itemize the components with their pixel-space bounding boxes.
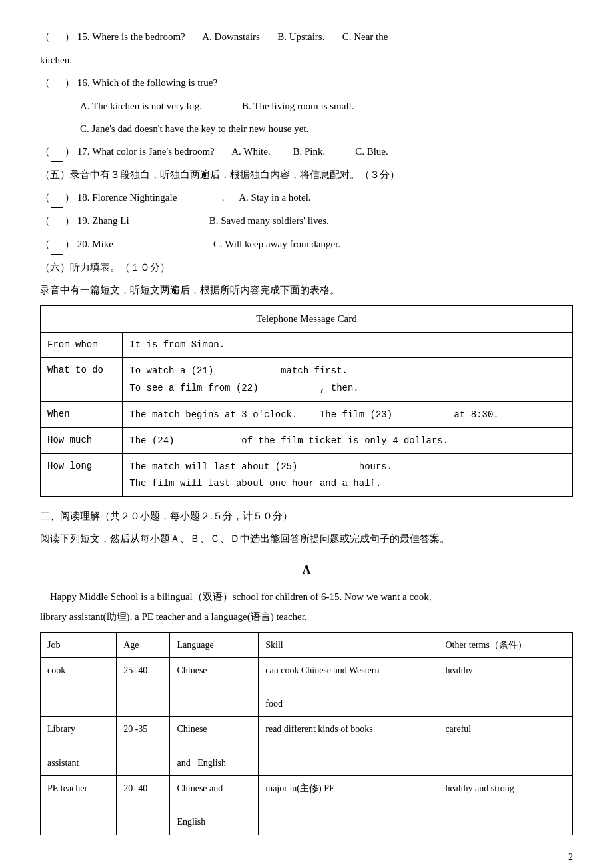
question-19: （ ） 19. Zhang Li B. Saved many soldiers'…: [40, 211, 573, 231]
q17-paren: （: [40, 146, 50, 157]
passage-a-section: A Happy Middle School is a bilingual（双语）…: [40, 559, 573, 626]
section6-title: （六）听力填表。（１０分）: [40, 257, 573, 277]
label-how-long: How long: [41, 453, 123, 496]
q16-optionA-space: [205, 101, 240, 111]
q16-question: Which of the following is true?: [92, 77, 217, 88]
question-16: （ ） 16. Which of the following is true?: [40, 73, 573, 93]
q15-answer-blank: [51, 27, 63, 47]
skill-pe: major in(主修) PE: [259, 776, 438, 835]
q16-number: 16.: [77, 77, 90, 88]
section6-intro: 录音中有一篇短文，听短文两遍后，根据所听内容完成下面的表格。: [40, 280, 573, 300]
blank-23: [400, 406, 453, 423]
question-15: （ ） 15. Where is the bedroom? A. Downsta…: [40, 27, 573, 47]
label-how-much: How much: [41, 427, 123, 453]
blank-21: [221, 362, 274, 379]
content-how-long: The match will last about (25) hours. Th…: [123, 453, 573, 496]
q15-paren: （: [40, 31, 50, 42]
q18-option-text: A. Stay in a hotel.: [239, 192, 310, 203]
q18-number: 18.: [77, 192, 90, 203]
age-cook: 25- 40: [117, 657, 170, 717]
col-age: Age: [117, 632, 170, 657]
age-pe: 20- 40: [117, 776, 170, 835]
q20-paren: （: [40, 239, 50, 249]
q17-question: What color is Jane's bedroom?: [92, 146, 229, 157]
question-17: （ ） 17. What color is Jane's bedroom? A.…: [40, 141, 573, 162]
section2-intro: 阅读下列短文，然后从每小题Ａ、Ｂ、Ｃ、Ｄ中选出能回答所提问题或完成句子的最佳答案…: [40, 529, 573, 549]
blank-25: [305, 458, 358, 475]
job-row-library: Libraryassistant 20 -35 Chineseand Engli…: [41, 717, 573, 776]
q18-paren-close: ）: [65, 192, 75, 203]
q17-answer-blank: [51, 141, 63, 162]
q20-answer-blank: [51, 234, 63, 255]
q18-text: Florence Nightingale: [92, 192, 177, 203]
passage-a-text1: Happy Middle School is a bilingual（双语）sc…: [50, 591, 431, 602]
q17-optionC: C. Blue.: [355, 146, 388, 157]
label-when: When: [41, 401, 123, 427]
passage-a-text2: library assistant(助理), a PE teacher and …: [40, 611, 307, 622]
content-what-to-do: To watch a (21) match first. To see a fi…: [123, 358, 573, 401]
q19-paren-close: ）: [65, 215, 75, 226]
table-row-what: What to do To watch a (21) match first. …: [41, 358, 573, 401]
col-other: Other terms（条件）: [438, 632, 573, 657]
q20-number: 20.: [77, 239, 90, 249]
label-from-whom: From whom: [41, 333, 123, 358]
q17-number: 17.: [77, 146, 90, 157]
q15-optionB: B. Upstairs.: [263, 31, 340, 42]
lang-pe: Chinese andEnglish: [170, 776, 259, 835]
q18-option: [227, 192, 237, 203]
q18-paren: （: [40, 192, 50, 203]
section6-title-text: （六）听力填表。（１０分）: [40, 262, 170, 273]
q16-answer-blank: [51, 73, 63, 93]
table-row-from: From whom It is from Simon.: [41, 333, 573, 358]
skill-cook: can cook Chinese and Westernfood: [259, 657, 438, 717]
table-title: Telephone Message Card: [41, 306, 573, 333]
section5-title-text: （五）录音中有３段独白，听独白两遍后，根据独白内容，将信息配对。（３分）: [40, 169, 400, 180]
table-header-row: Telephone Message Card: [41, 306, 573, 333]
question-16-options: A. The kitchen is not very big. B. The l…: [40, 96, 573, 116]
q20-space: [116, 239, 211, 249]
q15-optionA: A. Downstairs: [202, 31, 260, 42]
job-pe: PE teacher: [41, 776, 117, 835]
q16-optionC: C. Jane's dad doesn't have the key to th…: [80, 123, 308, 134]
q18-answer-blank: [51, 187, 63, 208]
blank-22: [265, 379, 318, 397]
passage-a-text: Happy Middle School is a bilingual（双语）sc…: [40, 587, 573, 627]
q16-optionB: B. The living room is small.: [242, 101, 354, 111]
q18-dot-space: .: [179, 192, 225, 203]
lang-library: Chineseand English: [170, 717, 259, 776]
telephone-message-table: Telephone Message Card From whom It is f…: [40, 305, 573, 497]
section2-intro-text: 阅读下列短文，然后从每小题Ａ、Ｂ、Ｃ、Ｄ中选出能回答所提问题或完成句子的最佳答案…: [40, 533, 450, 544]
blank-24: [181, 432, 235, 449]
q17-optionB: B. Pink.: [293, 146, 325, 157]
question-20: （ ） 20. Mike C. Will keep away from dang…: [40, 234, 573, 255]
col-skill: Skill: [259, 632, 438, 657]
q15-text: 15.: [77, 31, 90, 42]
job-library: Libraryassistant: [41, 717, 117, 776]
q19-answer-blank: [51, 211, 63, 231]
q20-text: Mike: [92, 239, 113, 249]
q16-paren-close: ）: [65, 77, 75, 88]
job-table-header: Job Age Language Skill Other terms（条件）: [41, 632, 573, 657]
q20-paren-close: ）: [65, 239, 75, 249]
q19-paren: （: [40, 215, 50, 226]
table-row-how-long: How long The match will last about (25) …: [41, 453, 573, 496]
age-library: 20 -35: [117, 717, 170, 776]
question-15-continuation: kitchen.: [40, 50, 573, 70]
job-table: Job Age Language Skill Other terms（条件） c…: [40, 632, 573, 835]
job-cook: cook: [41, 657, 117, 717]
section5-title: （五）录音中有３段独白，听独白两遍后，根据独白内容，将信息配对。（３分）: [40, 165, 573, 185]
q19-option-text: B. Saved many soldiers' lives.: [209, 215, 329, 226]
q20-option-text: C. Will keep away from danger.: [213, 239, 340, 249]
lang-cook: Chinese: [170, 657, 259, 717]
table-row-how-much: How much The (24) of the film ticket is …: [41, 427, 573, 453]
skill-library: read different kinds of books: [259, 717, 438, 776]
other-cook: healthy: [438, 657, 573, 717]
q19-space: [131, 215, 207, 226]
content-when: The match begins at 3 o'clock. The film …: [123, 401, 573, 427]
section2-title-text: 二、阅读理解（共２０小题，每小题２.５分，计５０分）: [40, 511, 293, 521]
q17-optionC-space: [328, 146, 353, 157]
q15-optionC: C. Near the: [342, 31, 388, 42]
q15-cont: kitchen.: [40, 55, 72, 65]
page-number: 2: [40, 849, 573, 865]
job-row-pe: PE teacher 20- 40 Chinese andEnglish maj…: [41, 776, 573, 835]
